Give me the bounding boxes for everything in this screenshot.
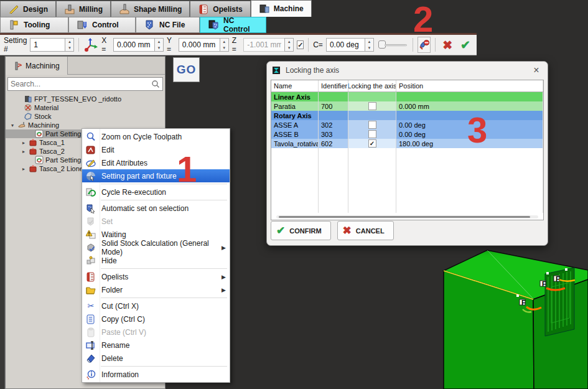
menu-separator bbox=[101, 366, 227, 367]
confirm-setting-button[interactable]: ✔ bbox=[458, 38, 473, 52]
c-stepper[interactable]: ▲▼ bbox=[326, 38, 374, 52]
x-spinner[interactable]: ▲▼ bbox=[154, 38, 164, 52]
lock-checkbox[interactable] bbox=[368, 102, 376, 110]
lock-axis-icon bbox=[419, 39, 430, 50]
table-row-paratia[interactable]: Paratia 700 0.000 mm bbox=[271, 101, 543, 111]
menu-item-zoom-on-cycle-toolpath[interactable]: Zoom on Cycle Toolpath bbox=[82, 130, 230, 143]
lock-checkbox[interactable]: ✓ bbox=[368, 139, 376, 148]
menu-item-rename[interactable]: Rename bbox=[82, 339, 230, 352]
tab-opelists[interactable]: Opelists bbox=[190, 1, 250, 17]
setting-number-stepper[interactable]: ▲▼ bbox=[30, 38, 74, 52]
tree-item-project[interactable]: FPT_TESSEN_EVO _ridotto bbox=[6, 95, 165, 103]
shape-milling-icon bbox=[119, 4, 130, 15]
setting-number-input[interactable] bbox=[30, 38, 65, 52]
column-header[interactable]: Identifier bbox=[319, 80, 348, 91]
chevron-down-icon[interactable]: ▾ bbox=[9, 123, 16, 128]
tab-design[interactable]: Design bbox=[0, 1, 56, 17]
search-input[interactable] bbox=[11, 80, 151, 88]
x-input[interactable] bbox=[113, 38, 154, 52]
opelists-icon bbox=[198, 4, 209, 15]
tab-label: Tooling bbox=[24, 21, 50, 29]
confirm-check-icon: ✔ bbox=[276, 224, 285, 237]
search-icon bbox=[151, 80, 160, 88]
confirm-button[interactable]: ✔ CONFIRM bbox=[271, 221, 331, 240]
zoom-icon bbox=[82, 132, 100, 142]
cycle-icon bbox=[29, 164, 37, 173]
cell-locking bbox=[348, 129, 396, 139]
tab-label: Design bbox=[23, 5, 48, 14]
menu-item-edit[interactable]: Edit bbox=[82, 143, 230, 156]
tree-item-material[interactable]: Material bbox=[6, 103, 165, 112]
y-stepper[interactable]: ▲▼ bbox=[179, 38, 229, 52]
menu-item-cycle-re-execution[interactable]: Cycle Re-execution bbox=[82, 185, 230, 199]
lock-checkbox[interactable] bbox=[368, 130, 376, 138]
cell-position bbox=[396, 92, 543, 101]
chevron-right-icon[interactable]: ▸ bbox=[21, 166, 27, 172]
menu-item-solid-stock-calculation[interactable]: Solid Stock Calculation (General Mode) ▶ bbox=[82, 241, 230, 254]
tab-label: NC File bbox=[159, 21, 185, 29]
chevron-right-icon[interactable]: ▸ bbox=[21, 140, 27, 146]
horizontal-scrollbar[interactable] bbox=[276, 215, 538, 218]
cancel-button[interactable]: ✖ CANCEL bbox=[337, 221, 394, 240]
close-icon[interactable]: × bbox=[530, 65, 543, 76]
column-header[interactable]: Name bbox=[271, 80, 319, 91]
tab-shape-milling[interactable]: Shape Milling bbox=[111, 1, 190, 17]
tree-item-stock[interactable]: Stock bbox=[6, 112, 165, 121]
milling-icon bbox=[64, 4, 75, 15]
table-row-asse-b[interactable]: ASSE B 303 0.00 deg bbox=[271, 129, 543, 139]
menu-item-automatic-set-on-selection[interactable]: Automatic set on selection bbox=[82, 202, 230, 215]
chevron-right-icon[interactable]: ▸ bbox=[21, 149, 27, 154]
search-box[interactable] bbox=[7, 77, 163, 91]
setting-part-icon bbox=[82, 171, 100, 181]
column-header[interactable]: Locking the axis bbox=[348, 80, 396, 91]
dialog-titlebar[interactable]: Locking the axis × bbox=[267, 62, 548, 78]
cell-identifier bbox=[319, 111, 348, 120]
column-header[interactable]: Position bbox=[396, 80, 543, 91]
table-empty-area bbox=[271, 148, 543, 213]
menu-item-label: Waiting bbox=[100, 230, 230, 239]
tab-milling[interactable]: Milling bbox=[56, 1, 111, 17]
x-label: X = bbox=[101, 36, 110, 54]
tab-control[interactable]: Control bbox=[68, 17, 136, 33]
setting-spinner[interactable]: ▲▼ bbox=[65, 38, 74, 52]
tree-label: Machining bbox=[28, 121, 59, 129]
cancel-setting-button[interactable]: ✖ bbox=[440, 38, 455, 52]
tab-machine[interactable]: Machine bbox=[251, 0, 312, 17]
menu-item-edit-attributes[interactable]: Edit Attributes bbox=[82, 156, 230, 169]
c-spinner[interactable]: ▲▼ bbox=[365, 38, 374, 52]
tab-label: Opelists bbox=[213, 5, 242, 14]
go-button[interactable]: GO bbox=[173, 57, 200, 82]
tab-machining-panel[interactable]: Machining bbox=[6, 57, 68, 75]
table-row-tavola-rotativa[interactable]: Tavola_rotativa 602 ✓ 180.00 deg bbox=[271, 139, 543, 148]
toolbar-separator bbox=[413, 38, 413, 52]
menu-item-delete[interactable]: Delete bbox=[82, 352, 230, 365]
menu-item-hide[interactable]: Hide bbox=[82, 254, 230, 267]
c-angle-slider[interactable] bbox=[377, 39, 408, 51]
tab-nc-file[interactable]: NC File bbox=[136, 17, 200, 33]
table-row-asse-a[interactable]: ASSE A 302 0.00 deg bbox=[271, 120, 543, 129]
menu-item-folder[interactable]: Folder ▶ bbox=[82, 283, 230, 296]
c-input[interactable] bbox=[326, 38, 365, 52]
menu-item-paste: Paste (Ctrl V) bbox=[82, 326, 230, 339]
axis-origin-icon bbox=[83, 37, 98, 52]
scrollbar-thumb[interactable] bbox=[279, 216, 530, 218]
tab-nc-control[interactable]: NC Control bbox=[200, 17, 266, 33]
y-spinner[interactable]: ▲▼ bbox=[220, 38, 229, 52]
lock-checkbox[interactable] bbox=[368, 121, 376, 129]
menu-item-information[interactable]: Information bbox=[82, 368, 230, 381]
submenu-arrow-icon: ▶ bbox=[222, 287, 230, 293]
menu-item-copy[interactable]: Copy (Ctrl C) bbox=[82, 312, 230, 326]
toolbar-separator bbox=[435, 38, 436, 52]
paste-icon bbox=[82, 327, 100, 337]
y-input[interactable] bbox=[179, 38, 220, 52]
x-stepper[interactable]: ▲▼ bbox=[113, 38, 164, 52]
z-lock-checkbox[interactable]: ✓ bbox=[297, 40, 304, 49]
folder-icon bbox=[82, 285, 100, 295]
menu-item-setting-part-and-fixture[interactable]: Setting part and fixture bbox=[82, 169, 230, 182]
tab-tooling[interactable]: Tooling bbox=[0, 17, 68, 33]
viewport-3d[interactable]: F F F bbox=[423, 245, 588, 389]
menu-item-cut[interactable]: ✂ Cut (Ctrl X) bbox=[82, 299, 230, 312]
panel-splitter[interactable] bbox=[0, 56, 5, 389]
cut-icon: ✂ bbox=[82, 301, 100, 311]
menu-item-opelists[interactable]: Opelists ▶ bbox=[82, 270, 230, 283]
